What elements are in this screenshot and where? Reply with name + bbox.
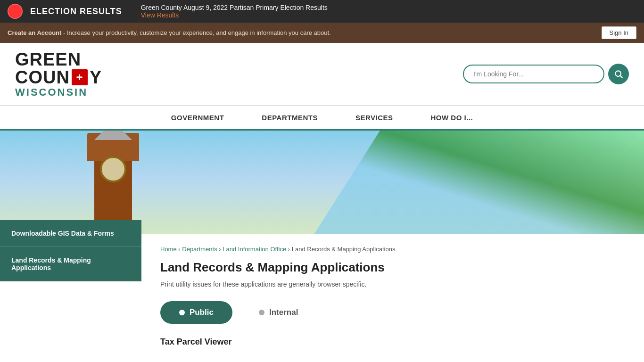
nav-how-do-i[interactable]: HOW DO I... bbox=[431, 112, 473, 123]
election-banner: ELECTION RESULTS Green County August 9, … bbox=[0, 0, 644, 23]
tower-roof bbox=[94, 131, 132, 140]
content-area: Downloadable GIS Data & Forms Land Recor… bbox=[0, 234, 644, 362]
tab-public[interactable]: Public bbox=[160, 301, 232, 324]
logo-cross: + bbox=[72, 69, 88, 85]
breadcrumb-current: Land Records & Mapping Applications bbox=[292, 246, 396, 253]
sidebar: Downloadable GIS Data & Forms Land Recor… bbox=[0, 220, 141, 362]
breadcrumb-departments[interactable]: Departments bbox=[182, 246, 217, 253]
logo-county-post: Y bbox=[90, 68, 102, 86]
nav-departments[interactable]: DEPARTMENTS bbox=[262, 112, 318, 123]
tab-internal[interactable]: Internal bbox=[240, 301, 317, 324]
logo-line1: GREEN bbox=[15, 50, 102, 68]
main-nav: GOVERNMENT DEPARTMENTS SERVICES HOW DO I… bbox=[0, 106, 644, 131]
sign-in-button[interactable]: Sign In bbox=[602, 26, 636, 39]
sidebar-item-land-records[interactable]: Land Records & Mapping Applications bbox=[0, 247, 141, 281]
election-title: ELECTION RESULTS bbox=[30, 7, 122, 16]
election-content: Green County August 9, 2022 Partisan Pri… bbox=[141, 4, 328, 19]
page-title: Land Records & Mapping Applications bbox=[160, 260, 625, 275]
create-account-link[interactable]: Create an Account bbox=[8, 29, 61, 36]
search-icon bbox=[614, 69, 623, 79]
nav-government[interactable]: GOVERNMENT bbox=[171, 112, 224, 123]
breadcrumb: Home › Departments › Land Information Of… bbox=[160, 246, 625, 253]
logo-line2: COUN + Y bbox=[15, 68, 102, 86]
sidebar-item-gis[interactable]: Downloadable GIS Data & Forms bbox=[0, 220, 141, 247]
breadcrumb-home[interactable]: Home bbox=[160, 246, 177, 253]
account-bar-text: Create an Account - Increase your produc… bbox=[8, 29, 331, 36]
clock-tower bbox=[75, 131, 151, 234]
logo: GREEN COUN + Y WISCONSIN bbox=[15, 50, 102, 98]
breadcrumb-land-info[interactable]: Land Information Office bbox=[223, 246, 286, 253]
logo-wisconsin: WISCONSIN bbox=[15, 87, 102, 98]
clock-face bbox=[100, 156, 126, 182]
view-results-link[interactable]: View Results bbox=[141, 11, 328, 19]
election-icon bbox=[8, 4, 23, 19]
search-area bbox=[463, 64, 629, 84]
tab-public-dot bbox=[179, 310, 185, 315]
account-bar: Create an Account - Increase your produc… bbox=[0, 23, 644, 43]
logo-county-pre: COUN bbox=[15, 68, 70, 86]
tab-public-label: Public bbox=[190, 308, 214, 317]
page-subtitle: Print utility issues for these applicati… bbox=[160, 280, 625, 288]
search-input[interactable] bbox=[463, 65, 604, 83]
tabs-area: Public Internal bbox=[160, 301, 625, 324]
search-button[interactable] bbox=[608, 64, 629, 84]
section-title: Tax Parcel Viewer bbox=[160, 337, 625, 347]
svg-line-1 bbox=[620, 76, 623, 78]
tab-internal-label: Internal bbox=[269, 308, 298, 317]
tab-internal-dot bbox=[259, 310, 264, 315]
election-headline: Green County August 9, 2022 Partisan Pri… bbox=[141, 4, 328, 11]
main-content: Home › Departments › Land Information Of… bbox=[141, 234, 644, 362]
svg-point-0 bbox=[615, 71, 621, 76]
nav-services[interactable]: SERVICES bbox=[355, 112, 393, 123]
hero-image bbox=[0, 131, 644, 234]
site-header: GREEN COUN + Y WISCONSIN bbox=[0, 43, 644, 106]
